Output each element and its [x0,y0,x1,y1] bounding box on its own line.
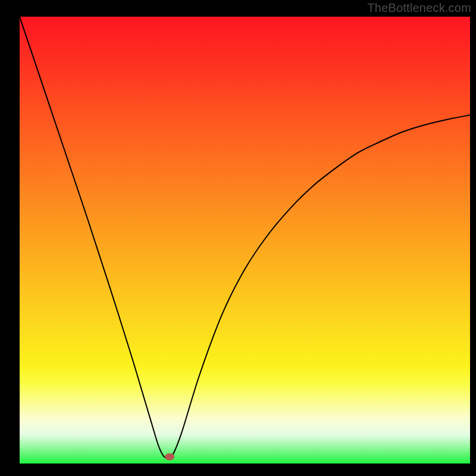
optimum-marker [165,453,174,461]
plot-svg [20,17,470,464]
chart-frame: TheBottleneck.com [0,0,476,476]
watermark-text: TheBottleneck.com [367,1,471,15]
gradient-background [20,17,470,464]
plot-area [20,17,470,464]
